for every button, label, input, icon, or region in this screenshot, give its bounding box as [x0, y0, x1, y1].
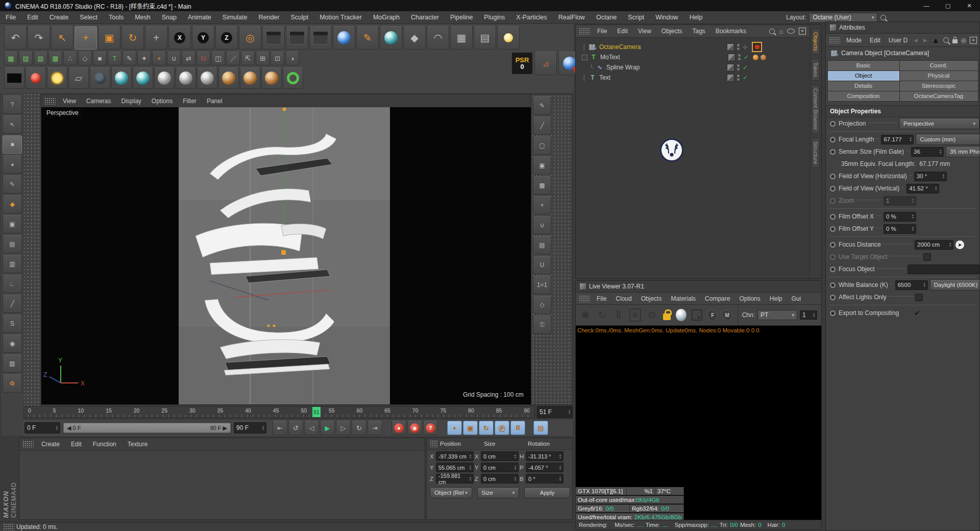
points-mode-icon[interactable]: ∴ [63, 52, 77, 65]
enabled-check-icon[interactable]: ✓ [744, 54, 751, 61]
weights-icon[interactable]: ◑ [285, 52, 299, 65]
menu-item[interactable]: File [0, 11, 21, 23]
timeline-window-button[interactable]: ▤ [533, 421, 548, 435]
camera-icon[interactable]: ▢ [533, 136, 551, 155]
magnet-icon[interactable]: U [533, 256, 551, 274]
help-icon[interactable]: ? [3, 95, 22, 114]
keyframe-help-button[interactable]: ? [423, 421, 438, 435]
attributes-menu-item[interactable]: User D [885, 37, 912, 44]
affect-lights-checkbox[interactable] [915, 294, 923, 301]
white-balance-field[interactable]: 6500▴▾ [895, 280, 928, 290]
selection-arrow-icon[interactable]: ↖ [3, 115, 22, 134]
maximize-button[interactable]: ▢ [937, 0, 959, 11]
projection-dropdown[interactable]: Perspective▾ [899, 118, 979, 129]
edges-mode-icon[interactable]: ◇ [78, 52, 92, 65]
play-loop-button[interactable]: ↻ [352, 421, 366, 435]
anim-dot[interactable] [830, 174, 836, 179]
anim-dot[interactable] [830, 226, 836, 232]
focal-length-field[interactable]: 67.177▴▾ [881, 135, 914, 144]
layer-icon[interactable] [728, 54, 736, 61]
render-view-button[interactable] [262, 26, 285, 50]
anim-dot[interactable] [830, 137, 836, 142]
rotation-b-field[interactable]: 0 °▴▾ [526, 474, 564, 484]
material-picker-icon[interactable]: M [720, 307, 734, 322]
render-picture-viewer-button[interactable] [286, 26, 308, 50]
optimize-icon[interactable]: ⊡ [271, 52, 284, 65]
live-viewer-menu-item[interactable]: Compare [700, 295, 734, 302]
live-viewer-menu-item[interactable]: Cloud [611, 295, 636, 302]
preview-range-slider[interactable]: ◀ 0 F 90 F ▶ [62, 422, 232, 434]
layer-icon[interactable] [727, 43, 734, 51]
texture-mode-icon[interactable]: ▨ [34, 52, 47, 65]
viewport-menu-item[interactable]: Display [116, 98, 146, 105]
redo-icon[interactable]: ↷ [28, 26, 50, 50]
menu-item[interactable]: Create [44, 11, 75, 23]
snap-toggle-icon[interactable]: ∪ [167, 52, 181, 65]
next-frame-button[interactable]: ▷ [336, 421, 351, 435]
live-viewer-menu-item[interactable]: Objects [636, 295, 667, 302]
cube-add-icon[interactable]: ▣ [3, 215, 22, 233]
range-end-field[interactable]: 90 F▴▾ [234, 422, 266, 433]
key-rotation-toggle[interactable]: ↻ [479, 421, 494, 435]
view-cube-icon[interactable]: ■ [3, 135, 22, 154]
search-icon[interactable] [943, 37, 949, 43]
menu-item[interactable]: Motion Tracker [314, 11, 368, 23]
key-pla-toggle[interactable]: ⠿ [510, 421, 525, 435]
home-icon[interactable]: ⌂ [779, 28, 783, 35]
octane-render-button[interactable] [26, 67, 46, 89]
psr-reset-button[interactable]: PSR0 [511, 52, 533, 75]
glossy-material-icon[interactable] [176, 67, 196, 89]
menu-item[interactable]: Select [74, 11, 103, 23]
cube-wire-icon[interactable]: ▥ [3, 255, 22, 273]
menu-item[interactable]: Window [650, 11, 683, 23]
search-icon[interactable] [880, 15, 886, 20]
viewport-menu-item[interactable]: Options [146, 98, 178, 105]
object-manager-menu-item[interactable]: Tags [688, 28, 710, 35]
live-viewer-menu-item[interactable]: File [592, 295, 611, 302]
menu-item[interactable]: Sculpt [285, 11, 314, 23]
viewport-3d-view[interactable]: Perspective [41, 107, 572, 404]
sun-light-icon[interactable] [47, 67, 67, 89]
generators-menu[interactable] [380, 26, 402, 50]
filter-eye-icon[interactable] [787, 29, 795, 34]
anim-dot[interactable] [830, 149, 836, 155]
attributes-menu-item[interactable]: Mode [842, 37, 866, 44]
viewport-menu-item[interactable]: Cameras [81, 98, 116, 105]
tab-coord[interactable]: Coord. [899, 60, 978, 71]
restart-render-icon[interactable]: ↻ [596, 308, 607, 322]
move-tool[interactable]: + [75, 26, 97, 50]
menu-item[interactable]: Character [405, 11, 445, 23]
anim-dot[interactable] [830, 267, 836, 272]
knife-tool-icon[interactable]: ／ [226, 52, 240, 65]
checker-ball-icon[interactable]: ◕ [3, 155, 22, 174]
rotation-p-field[interactable]: -4.057 °▴▾ [526, 463, 564, 472]
left-folded-palettes[interactable] [24, 93, 40, 406]
lock-small-icon[interactable]: ⚿ [533, 316, 551, 334]
material-menu-item[interactable]: Create [36, 441, 65, 448]
key-position-toggle[interactable]: + [447, 421, 462, 435]
paint-bucket-icon[interactable]: ◉ [3, 334, 22, 353]
motext-icon[interactable]: T [108, 52, 121, 65]
panel-grip[interactable] [579, 28, 590, 35]
enabled-check-icon[interactable]: ✓ [743, 74, 750, 81]
search-icon[interactable] [769, 29, 775, 34]
curve-pen-icon[interactable]: ✎ [3, 175, 22, 194]
portal-material-icon[interactable] [240, 67, 260, 89]
anim-dot[interactable] [830, 121, 836, 127]
tab-composition[interactable]: Composition [827, 91, 900, 102]
material-list-empty[interactable] [19, 451, 425, 520]
motext-tag-icon[interactable] [753, 55, 758, 60]
metal-material-icon[interactable] [261, 67, 282, 89]
lock-z-axis-button[interactable]: Z [215, 26, 238, 50]
target-icon[interactable]: ◎ [961, 37, 966, 44]
live-viewer-canvas[interactable]: Check:0ms./0ms. MeshGen:0ms. Update0ms. … [576, 326, 821, 521]
layers-icon[interactable]: ▤ [533, 236, 551, 254]
scene-menu[interactable]: ▤ [474, 26, 496, 50]
coordinate-system-button[interactable]: ◎ [239, 26, 261, 50]
make-editable-icon[interactable]: ▩ [4, 52, 18, 65]
sensor-size-preset-dropdown[interactable]: 35 mm Photo [946, 146, 980, 157]
camera-active-icon[interactable]: ⊹ [743, 44, 750, 51]
workplane-icon[interactable]: ◇ [533, 296, 551, 314]
play-backwards-button[interactable]: ↺ [288, 421, 303, 435]
modeling-menu[interactable]: ◆ [403, 26, 426, 50]
